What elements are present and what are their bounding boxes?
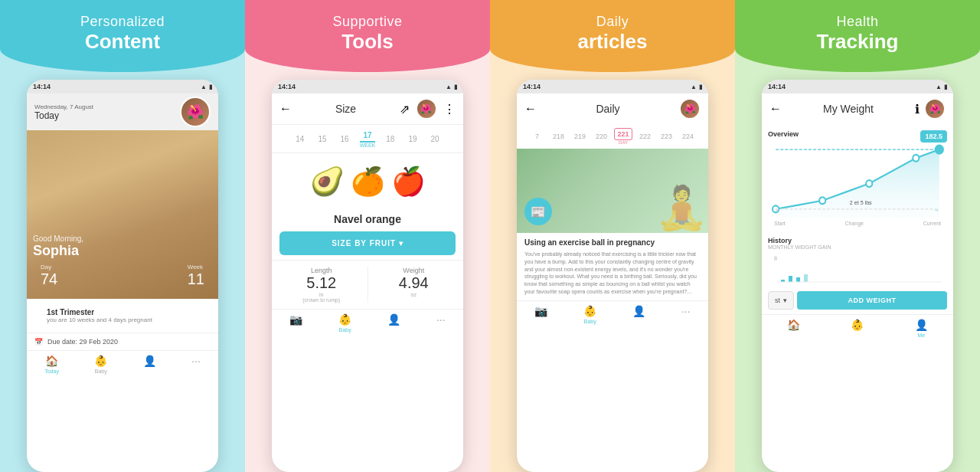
- section-1-header: Personalized Content: [0, 0, 245, 72]
- day-224[interactable]: 224: [680, 131, 697, 142]
- day-label-active: DAY: [619, 140, 628, 145]
- size-header: ← Size ⇗ 🌺 ⋮: [272, 93, 463, 125]
- bottom-nav-4[interactable]: 🏠 👶 👤 Me: [762, 314, 953, 342]
- value-badge: 182.5: [920, 130, 947, 143]
- bottom-nav-2[interactable]: 📷 👶 Baby 👤 ···: [272, 309, 463, 336]
- chart-start-label: Start: [774, 221, 786, 226]
- week-15[interactable]: 15: [315, 133, 329, 145]
- greeting-area: Good Morning, Sophia Day 74 Week 11: [27, 130, 218, 299]
- weight-label: Weight: [403, 267, 424, 274]
- weight-header: ← My Weight ℹ 🌺: [762, 93, 953, 124]
- nav-3-more[interactable]: ···: [681, 305, 691, 324]
- section-2-title: Tools: [341, 30, 393, 54]
- share-icon[interactable]: ⇗: [400, 102, 410, 116]
- nav-3-baby[interactable]: 👶 Baby: [583, 305, 596, 324]
- due-date-row: 📅 Due date: 29 Feb 2020: [27, 333, 218, 350]
- section-3-header: Daily articles: [490, 0, 735, 72]
- length-measurement: Length 5.12 in (crown to rump): [279, 267, 364, 303]
- day-223[interactable]: 223: [658, 131, 675, 142]
- week-17-active[interactable]: 17: [360, 129, 374, 143]
- nav-profile[interactable]: 👤: [143, 355, 156, 374]
- day-222[interactable]: 222: [637, 131, 654, 142]
- size-by-fruit-button[interactable]: SIZE BY FRUIT ▾: [279, 231, 456, 255]
- back-icon-3[interactable]: ←: [524, 102, 537, 116]
- article-content: Using an exercise ball in pregnancy You'…: [517, 233, 708, 300]
- person-icon-4: 👤: [915, 319, 928, 331]
- day-218[interactable]: 218: [550, 131, 567, 142]
- section-2-subtitle: Supportive: [332, 14, 402, 30]
- status-icons-4: ▲ ▮: [936, 84, 947, 90]
- article-icon: 📰: [524, 198, 552, 225]
- status-time-1: 14:14: [33, 83, 51, 90]
- dropdown-chevron-icon: ▾: [783, 297, 787, 304]
- week-18[interactable]: 18: [383, 133, 397, 145]
- svg-rect-13: [804, 274, 808, 282]
- add-weight-row[interactable]: st ▾ ADD WEIGHT: [768, 291, 947, 310]
- back-icon-2[interactable]: ←: [279, 102, 292, 116]
- wifi-icon-3: ▲: [691, 84, 697, 90]
- nav-more[interactable]: ···: [191, 355, 201, 374]
- nav-baby-label: Baby: [95, 369, 107, 374]
- weight-chart: ← → 2 et 5 lbs: [768, 141, 947, 218]
- weight-title: My Weight: [823, 103, 874, 115]
- week-label: Week: [188, 264, 204, 270]
- back-icon-4[interactable]: ←: [769, 102, 782, 116]
- fruit-name-label: Navel orange: [272, 210, 463, 231]
- day-220[interactable]: 220: [593, 131, 609, 142]
- section-4-subtitle: Health: [836, 14, 878, 30]
- status-bar-3: 14:14 ▲ ▮: [517, 80, 708, 93]
- nav-4-baby[interactable]: 👶: [851, 319, 864, 338]
- week-selector[interactable]: 14 15 16 17 WEEK 18 19 20: [272, 125, 463, 153]
- baby-icon: 👶: [94, 355, 107, 367]
- baby-icon-2: 👶: [338, 313, 351, 326]
- section-1-title: Content: [85, 30, 160, 54]
- baby-icon-4: 👶: [851, 319, 864, 331]
- status-icons-3: ▲ ▮: [691, 84, 702, 90]
- status-time-4: 14:14: [768, 83, 786, 90]
- more-icon: ···: [191, 355, 201, 367]
- measurement-divider: [368, 267, 368, 303]
- battery-icon: ▮: [209, 84, 212, 90]
- nav-2-profile[interactable]: 👤: [387, 313, 400, 333]
- week-19[interactable]: 19: [405, 133, 420, 145]
- week-14[interactable]: 14: [292, 133, 307, 145]
- section-health-tracking: Health Tracking 14:14 ▲ ▮ ← My Weight ℹ …: [735, 0, 980, 472]
- day-7[interactable]: 7: [528, 131, 545, 142]
- more-icon-2[interactable]: ⋮: [443, 102, 456, 116]
- week-20[interactable]: 20: [428, 133, 443, 145]
- svg-point-2: [866, 180, 872, 187]
- bottom-nav-3[interactable]: 📷 👶 Baby 👤 ···: [517, 300, 708, 328]
- today-icon: 🏠: [45, 355, 58, 367]
- wifi-icon-4: ▲: [936, 84, 942, 90]
- nav-today[interactable]: 🏠 Today: [44, 355, 59, 374]
- info-icon[interactable]: ℹ: [915, 102, 920, 116]
- nav-3-profile[interactable]: 👤: [632, 305, 645, 324]
- day-219[interactable]: 219: [571, 131, 588, 142]
- day-221-active[interactable]: 221: [614, 128, 632, 140]
- article-title: Using an exercise ball in pregnancy: [524, 238, 701, 247]
- day-label: Day: [41, 264, 57, 270]
- bottom-nav-1[interactable]: 🏠 Today 👶 Baby 👤 ···: [27, 350, 218, 378]
- weight-measurement: Weight 4.94 oz: [372, 267, 456, 303]
- status-time-3: 14:14: [523, 83, 541, 90]
- more-icon-4: ···: [681, 305, 691, 317]
- day-selector[interactable]: 7 218 219 220 221 DAY 222 223 224: [517, 124, 708, 149]
- battery-icon-4: ▮: [944, 84, 947, 90]
- trimester-card: 1st Trimester you are 10 weeks and 4 day…: [39, 303, 206, 328]
- nav-baby[interactable]: 👶 Baby: [94, 355, 107, 374]
- nav-2-home[interactable]: 📷: [289, 313, 302, 333]
- battery-icon-3: ▮: [699, 84, 702, 90]
- svg-point-3: [913, 155, 919, 162]
- fruits-display: 🥑 🍊 🍎: [272, 153, 463, 210]
- svg-text:←: ←: [774, 206, 780, 214]
- week-16[interactable]: 16: [338, 133, 352, 145]
- nav-2-more[interactable]: ···: [436, 313, 446, 333]
- week-number: 11: [188, 270, 204, 288]
- nav-4-home[interactable]: 🏠: [787, 319, 800, 338]
- nav-3-home[interactable]: 📷: [534, 305, 547, 324]
- nav-2-baby[interactable]: 👶 Baby: [338, 313, 351, 333]
- nav-4-me[interactable]: 👤 Me: [915, 319, 928, 338]
- add-weight-button[interactable]: ADD WEIGHT: [797, 291, 947, 310]
- exercise-image-bg: 🧘 📰: [517, 149, 708, 233]
- unit-dropdown[interactable]: st ▾: [768, 291, 794, 310]
